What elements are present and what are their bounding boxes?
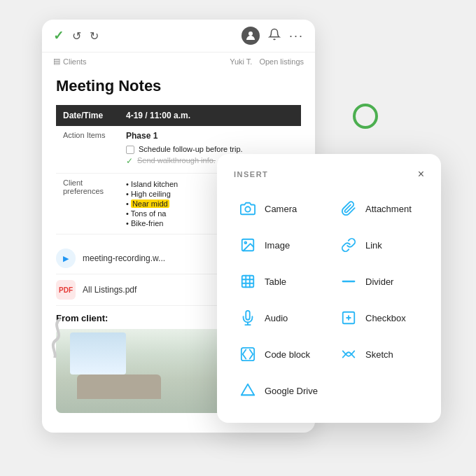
insert-divider[interactable]: Divider xyxy=(335,266,424,297)
checkbox-icon xyxy=(339,308,358,328)
insert-code-block[interactable]: Code block xyxy=(234,339,323,370)
pdf-name: All Listings.pdf xyxy=(83,285,136,295)
sketch-label: Sketch xyxy=(365,349,393,360)
breadcrumb-bar: ▤ Clients Yuki T. Open listings xyxy=(42,52,315,69)
modal-title: INSERT xyxy=(234,170,268,178)
svg-point-0 xyxy=(248,31,253,36)
image-icon xyxy=(238,235,258,255)
insert-sketch[interactable]: Sketch xyxy=(335,339,424,370)
check-icon[interactable]: ✓ xyxy=(53,28,64,43)
audio-icon xyxy=(238,308,258,328)
col-datetime-value: 4-19 / 11:00 a.m. xyxy=(119,105,301,126)
task1-row: Schedule follow-up before trip. xyxy=(126,145,294,154)
modal-header: INSERT × xyxy=(234,168,424,181)
insert-audio[interactable]: Audio xyxy=(234,302,323,333)
pdf-icon: PDF xyxy=(56,280,76,300)
google-drive-icon xyxy=(238,381,258,400)
insert-modal: INSERT × Camera Attachment xyxy=(217,154,441,423)
insert-image[interactable]: Image xyxy=(234,230,323,260)
task2-text: Send walkthrough info. xyxy=(137,156,216,164)
cursor-circle xyxy=(353,104,378,129)
task1-text: Schedule follow-up before trip. xyxy=(139,145,243,153)
divider-label: Divider xyxy=(365,276,393,287)
table-icon xyxy=(238,272,258,291)
breadcrumb-label: Clients xyxy=(63,57,87,66)
image-label: Image xyxy=(265,240,290,251)
more-icon[interactable]: ··· xyxy=(289,29,304,43)
sketch-icon xyxy=(339,344,358,364)
prefs-label: Client preferences xyxy=(56,174,119,234)
col-datetime: Date/Time xyxy=(56,105,119,126)
play-icon: ▶ xyxy=(56,248,76,268)
avatar-icon[interactable] xyxy=(241,27,260,45)
camera-icon xyxy=(238,199,258,218)
insert-checkbox[interactable]: Checkbox xyxy=(335,302,424,333)
room-sofa xyxy=(77,374,161,399)
highlight-text: Near midd xyxy=(131,200,169,208)
divider-icon xyxy=(339,272,358,291)
notification-icon[interactable] xyxy=(268,28,281,43)
task2-check-icon: ✓ xyxy=(126,156,133,166)
user-name[interactable]: Yuki T. xyxy=(230,57,252,66)
svg-rect-4 xyxy=(242,276,254,288)
toolbar: ✓ ↺ ↻ ··· xyxy=(42,20,315,52)
attachment-label: Attachment xyxy=(365,204,412,214)
insert-table[interactable]: Table xyxy=(234,266,323,297)
checkbox-label: Checkbox xyxy=(365,313,406,323)
modal-close-button[interactable]: × xyxy=(418,168,424,181)
insert-camera[interactable]: Camera xyxy=(234,193,323,224)
link-icon xyxy=(339,235,358,255)
task1-checkbox[interactable] xyxy=(126,146,134,154)
link-label: Link xyxy=(365,240,382,251)
svg-point-3 xyxy=(244,241,246,244)
table-label: Table xyxy=(265,276,286,287)
insert-grid: Camera Attachment Image xyxy=(234,193,424,406)
doc-icon: ▤ xyxy=(53,57,60,66)
open-listings-link[interactable]: Open listings xyxy=(259,57,304,66)
recording-name: meeting-recording.w... xyxy=(83,253,165,263)
undo-icon[interactable]: ↺ xyxy=(72,29,81,43)
svg-point-1 xyxy=(245,206,250,211)
audio-label: Audio xyxy=(265,313,288,323)
attachment-icon xyxy=(339,199,358,218)
action-items-label: Action Items xyxy=(56,126,119,174)
insert-link[interactable]: Link xyxy=(335,230,424,260)
code-block-icon xyxy=(238,344,258,364)
phase-title: Phase 1 xyxy=(126,131,294,141)
insert-google-drive[interactable]: Google Drive xyxy=(234,375,323,406)
insert-attachment[interactable]: Attachment xyxy=(335,193,424,224)
page-title: Meeting Notes xyxy=(56,77,301,95)
code-block-label: Code block xyxy=(265,349,310,360)
google-drive-label: Google Drive xyxy=(265,386,318,396)
redo-icon[interactable]: ↻ xyxy=(90,29,99,43)
camera-label: Camera xyxy=(265,204,297,214)
room-window xyxy=(70,332,126,374)
